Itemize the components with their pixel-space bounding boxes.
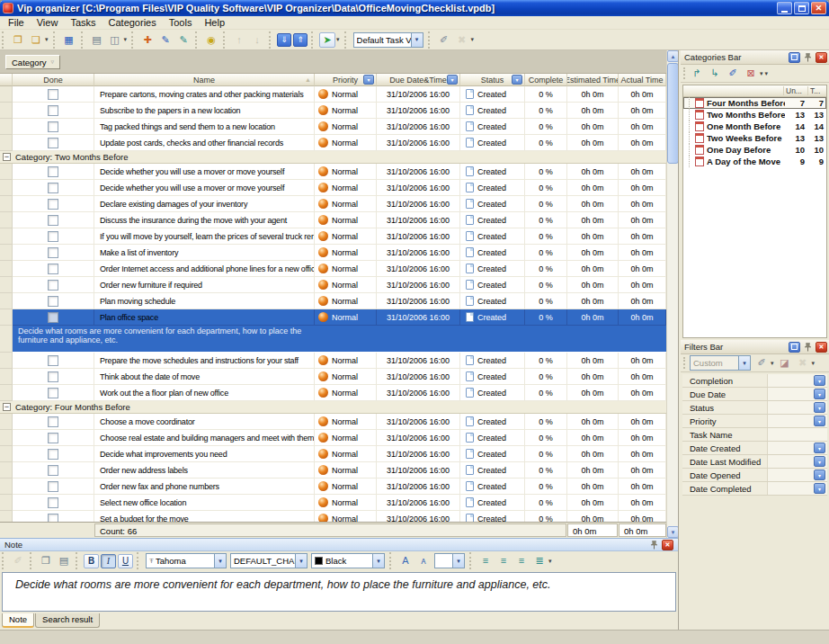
done-checkbox[interactable] — [48, 296, 58, 307]
group-by-category-button[interactable]: Category ▿ — [5, 55, 60, 69]
done-checkbox[interactable] — [48, 105, 58, 116]
task-row[interactable]: Decide what improvements you needNormal3… — [0, 446, 666, 462]
underline-button[interactable]: U — [118, 554, 133, 568]
move-down-icon[interactable]: ↓ — [249, 32, 265, 48]
panel-splitter[interactable] — [678, 50, 679, 630]
find-task-icon[interactable]: ✐ — [436, 32, 452, 48]
bold-button[interactable]: B — [84, 554, 99, 568]
due-filter-dropdown-icon[interactable]: ▾ — [447, 75, 458, 85]
task-row[interactable]: Think about the date of moveNormal31/10/… — [0, 369, 666, 385]
view-note-icon[interactable]: ◉ — [203, 32, 219, 48]
task-view-combo[interactable]: Default Task V▾ — [353, 32, 423, 48]
font-color-combo-arrow-icon[interactable]: ▾ — [372, 554, 384, 568]
print-icon[interactable]: ▤ — [89, 32, 105, 48]
done-checkbox[interactable] — [48, 121, 58, 132]
font-size-combo[interactable]: ▾ — [434, 553, 465, 568]
filter-dropdown-icon[interactable]: ▾ — [814, 443, 825, 453]
category-item[interactable]: Four Months Before77 — [683, 97, 826, 109]
task-row[interactable]: Update post cards, checks and other fina… — [0, 135, 666, 151]
task-row[interactable]: Order new fax and phone numbersNormal31/… — [0, 479, 666, 495]
close-icon[interactable]: ✕ — [816, 52, 827, 63]
done-checkbox[interactable] — [48, 138, 58, 148]
collapse-group-icon[interactable] — [3, 153, 11, 161]
task-view-combo-arrow-icon[interactable]: ▾ — [411, 33, 423, 47]
add-category-icon[interactable]: ↱ — [689, 66, 705, 81]
category-group-row[interactable]: Category: Four Months Before — [0, 401, 666, 414]
done-checkbox[interactable] — [48, 433, 58, 443]
clear-search-icon-dropdown[interactable]: ▾ — [471, 36, 475, 43]
note-editor[interactable]: Decide what rooms are more convenient fo… — [2, 572, 676, 612]
align-center-icon[interactable]: ≡ — [495, 553, 512, 568]
done-checkbox[interactable] — [48, 280, 58, 291]
char-style-combo-arrow-icon[interactable]: ▾ — [295, 554, 307, 568]
task-row[interactable]: Work out the a floor plan of new officeN… — [0, 385, 666, 401]
done-checkbox[interactable] — [48, 89, 58, 100]
close-icon[interactable]: ✕ — [816, 342, 827, 353]
save-database-icon[interactable]: ▦ — [61, 32, 77, 48]
filter-dropdown-icon[interactable]: ▾ — [814, 375, 825, 386]
go-to-category-icon-dropdown[interactable]: ▾ — [336, 36, 340, 43]
done-checkbox[interactable] — [48, 449, 58, 460]
done-checkbox[interactable] — [48, 497, 58, 508]
task-row[interactable]: Choose a move coordinatorNormal31/10/200… — [0, 414, 666, 430]
total-column-header[interactable]: T... — [807, 86, 826, 95]
filter-dropdown-icon[interactable]: ▾ — [814, 456, 825, 467]
done-checkbox[interactable] — [48, 371, 58, 382]
category-group-row[interactable]: Category: Two Months Before — [0, 151, 666, 164]
edit-category-icon[interactable]: ✐ — [725, 66, 741, 81]
menu-view[interactable]: View — [31, 17, 65, 28]
filter-dropdown-icon[interactable]: ▾ — [814, 389, 825, 399]
apply-filter-icon-dropdown[interactable]: ▾ — [771, 360, 774, 367]
clone-task-icon[interactable]: ✎ — [175, 32, 192, 48]
collapse-group-icon[interactable] — [3, 403, 11, 411]
close-button[interactable]: ✕ — [811, 2, 826, 14]
task-row[interactable]: Prepare the move schedules and instructi… — [0, 353, 666, 369]
delete-category-icon[interactable]: ⊠ — [743, 66, 759, 81]
task-row[interactable]: Select new office locationNormal31/10/20… — [0, 495, 666, 511]
filter-dropdown-icon[interactable]: ▾ — [814, 416, 825, 426]
more-buttons-dropdown[interactable]: ▾ — [765, 70, 769, 77]
font-combo-arrow-icon[interactable]: ▾ — [214, 554, 226, 568]
task-row[interactable]: Prepare cartons, moving crates and other… — [0, 86, 666, 103]
export-note-icon[interactable]: ❐ — [38, 553, 54, 568]
filter-preset-combo-arrow-icon[interactable]: ▾ — [738, 356, 750, 370]
filter-value-area[interactable] — [768, 428, 827, 441]
priority-filter-dropdown-icon[interactable]: ▾ — [363, 75, 374, 85]
task-row[interactable]: Tag packed things and send them to a new… — [0, 119, 666, 135]
done-checkbox[interactable] — [48, 416, 58, 427]
shrink-font-icon[interactable]: ᴀ — [415, 553, 432, 568]
font-size-combo-arrow-icon[interactable]: ▾ — [452, 554, 464, 568]
expand-all-icon[interactable]: ⇓ — [277, 33, 291, 47]
tab-note[interactable]: Note — [2, 613, 34, 628]
restore-button[interactable] — [794, 2, 809, 14]
task-row[interactable]: Discuss the insurance during the move wi… — [0, 212, 666, 228]
task-row[interactable]: Order new furniture if requiredNormal31/… — [0, 277, 666, 293]
task-row[interactable]: Declare existing damages of your invento… — [0, 196, 666, 212]
column-header-estimated-time[interactable]: Estimated Time — [567, 74, 619, 86]
menu-tools[interactable]: Tools — [163, 17, 199, 28]
close-icon[interactable]: ✕ — [662, 540, 673, 550]
task-row[interactable]: Decide whether you will use a mover or m… — [0, 164, 666, 180]
done-checkbox[interactable] — [48, 215, 58, 226]
open-database-icon-dropdown[interactable]: ▾ — [45, 36, 49, 43]
grow-font-icon[interactable]: A — [397, 553, 414, 568]
task-row[interactable]: Set a budget for the moveNormal31/10/200… — [0, 511, 666, 522]
done-checkbox[interactable] — [48, 199, 58, 210]
italic-button[interactable]: I — [101, 554, 116, 568]
task-row[interactable]: Make a list of inventoryNormal31/10/2006… — [0, 245, 666, 261]
column-header-name[interactable]: Name▲ — [94, 74, 315, 86]
delete-filter-icon-dropdown[interactable]: ▾ — [812, 360, 816, 367]
font-color-combo[interactable]: Black▾ — [311, 553, 385, 568]
done-checkbox[interactable] — [48, 231, 58, 242]
task-note-preview-row[interactable]: Decide what rooms are more convenient fo… — [0, 326, 666, 353]
uncompleted-column-header[interactable]: Un... — [783, 86, 807, 95]
char-style-combo[interactable]: DEFAULT_CHAR▾ — [230, 553, 308, 568]
apply-filter-icon[interactable]: ✐ — [753, 355, 770, 371]
pin-icon[interactable] — [802, 342, 814, 353]
move-up-icon[interactable]: ↑ — [231, 32, 247, 48]
print-preview-icon[interactable]: ◫ — [107, 32, 123, 48]
done-checkbox[interactable] — [48, 355, 58, 366]
done-checkbox[interactable] — [48, 247, 58, 258]
task-row[interactable]: Order new address labelsNormal31/10/2006… — [0, 462, 666, 479]
filter-dropdown-icon[interactable]: ▾ — [814, 470, 825, 480]
